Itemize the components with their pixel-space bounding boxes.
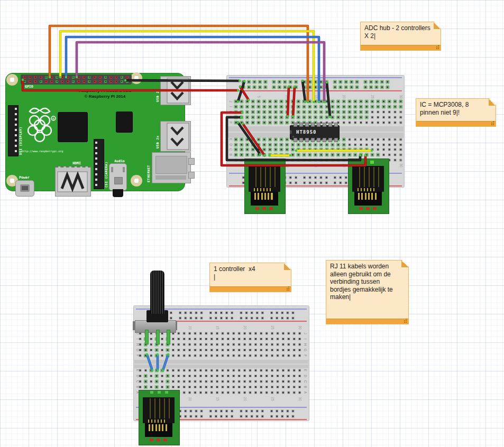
note-resize-bar[interactable] [416, 121, 496, 126]
gpio-pin[interactable] [72, 80, 75, 83]
note-resize-grip[interactable] [288, 290, 289, 291]
rj11-opening [145, 423, 172, 437]
gpio-pin[interactable] [109, 76, 112, 79]
gpio-pin[interactable] [29, 80, 31, 83]
power-connector [15, 180, 34, 197]
rj11-jack [352, 166, 384, 192]
gpio-pin[interactable] [56, 80, 58, 83]
gpio-pin[interactable] [29, 76, 31, 79]
breadboard-column-number: 15 [216, 325, 219, 330]
note-resize-bar[interactable] [361, 45, 441, 50]
gpio-header[interactable] [21, 74, 132, 85]
raspberry-pi-board[interactable]: GPIO Raspberry Pi Model 2 v1.1 © Raspber… [5, 73, 185, 191]
breadboard-column-number: 30 [399, 163, 403, 167]
breadboard-row-letter: C [229, 148, 233, 151]
board-url: http://www.raspberrypi.org [22, 150, 63, 153]
gpio-pin[interactable] [77, 76, 80, 79]
gpio-pin[interactable] [115, 76, 117, 79]
gpio-pin[interactable] [50, 76, 53, 79]
note-resize-grip[interactable] [493, 124, 494, 125]
gpio-pin[interactable] [83, 76, 85, 79]
rj11-solder-pad [262, 207, 266, 210]
rj11-solder-pad [373, 207, 377, 210]
breadboard-row-letter: C [304, 380, 307, 383]
gpio-pin[interactable] [72, 76, 75, 79]
sticky-note[interactable]: 1 controller x4| [209, 263, 291, 292]
gpio-pin[interactable] [99, 80, 102, 83]
rj11-solder-pad [366, 207, 370, 210]
pot-leg [156, 330, 160, 344]
rj11-jack [249, 166, 280, 192]
note-resize-grip[interactable] [406, 322, 407, 323]
gpio-pin[interactable] [23, 80, 26, 83]
gpio-pin[interactable] [109, 80, 112, 83]
note-resize-bar[interactable] [210, 286, 291, 292]
gpio-pin[interactable] [104, 76, 107, 79]
gpio-pin[interactable] [77, 80, 80, 83]
gpio-pin[interactable] [50, 80, 53, 83]
gpio-pin[interactable] [40, 80, 42, 83]
rj11-top-pin [165, 391, 168, 394]
gpio-pin[interactable] [104, 80, 107, 83]
gpio-pin[interactable] [83, 80, 85, 83]
note-resize-grip[interactable] [438, 48, 439, 49]
gpio-pin[interactable] [67, 80, 69, 83]
gpio-pin[interactable] [67, 76, 69, 79]
rj11-solder-pad [163, 439, 167, 441]
gpio-pin[interactable] [23, 76, 26, 79]
hdmi-label: HDMI [59, 161, 95, 165]
ethernet-jack [152, 152, 191, 183]
gpio-pin[interactable] [61, 80, 63, 83]
breadboard-row-letter: H [229, 111, 233, 114]
fritzing-canvas: GPIO Raspberry Pi Model 2 v1.1 © Raspber… [0, 0, 504, 447]
gpio-pin[interactable] [61, 76, 63, 79]
breadboard-row-letter: E [399, 138, 402, 141]
gpio-pin[interactable] [121, 80, 123, 83]
rj11-module[interactable] [139, 390, 180, 445]
board-copyright: © Raspberry Pi 2014 [59, 94, 151, 99]
soc-chip [58, 112, 88, 142]
gpio-pin[interactable] [40, 76, 42, 79]
ic-leg [323, 138, 326, 142]
rj11-module[interactable] [348, 159, 389, 214]
sticky-note[interactable]: ADC hub - 2 controllersX 2| [360, 22, 441, 51]
gpio-pin[interactable] [45, 76, 48, 79]
ic-leg [305, 138, 309, 142]
gpio-pin[interactable] [115, 80, 117, 83]
gpio-pin[interactable] [88, 76, 90, 79]
ic-chip[interactable]: HT8950 [290, 125, 340, 139]
note-text-line: X 2| [364, 32, 437, 40]
breadboard-column-number: 30 [298, 325, 302, 330]
gpio-pin[interactable] [94, 76, 96, 79]
gpio-pin[interactable] [34, 76, 36, 79]
gpio-pin[interactable] [126, 80, 129, 83]
ic-leg [294, 138, 297, 142]
gpio-pin[interactable] [94, 80, 96, 83]
gpio-pin[interactable] [34, 80, 36, 83]
note-body: ADC hub - 2 controllersX 2| [361, 22, 441, 45]
gpio-pin[interactable] [88, 80, 90, 83]
csi-label: CSI (CAMERA) [104, 140, 108, 188]
breadboard-column-number: 25 [371, 95, 374, 99]
breadboard-row-letter: A [229, 159, 233, 162]
sticky-note[interactable]: RJ 11 kabels wordenalleen gebruikt om de… [326, 260, 409, 324]
breadboard-row-letter: A [399, 159, 402, 162]
gpio-pin[interactable] [121, 76, 123, 79]
potentiometer[interactable] [132, 269, 180, 346]
gpio-pin[interactable] [126, 76, 129, 79]
rj11-opening [251, 192, 278, 206]
gpio-pin[interactable] [45, 80, 48, 83]
gpio-pin[interactable] [99, 76, 102, 79]
breadboard-row-letter: B [136, 386, 140, 388]
note-resize-bar[interactable] [326, 319, 408, 324]
gpio-pin[interactable] [56, 76, 58, 79]
rj11-module[interactable] [244, 159, 286, 214]
rj11-solder-pad [255, 207, 259, 210]
rj11-top-pin [370, 161, 374, 164]
breadboard-column-number: 10 [188, 325, 192, 330]
sticky-note[interactable]: IC = MCP3008, 8pinnen niet 9|! [416, 98, 496, 127]
breadboard-row-letter: A [304, 392, 307, 394]
breadboard-column-number: 15 [314, 163, 318, 167]
breadboard-row-letter: I [304, 339, 307, 340]
note-text-line: | [214, 273, 287, 281]
